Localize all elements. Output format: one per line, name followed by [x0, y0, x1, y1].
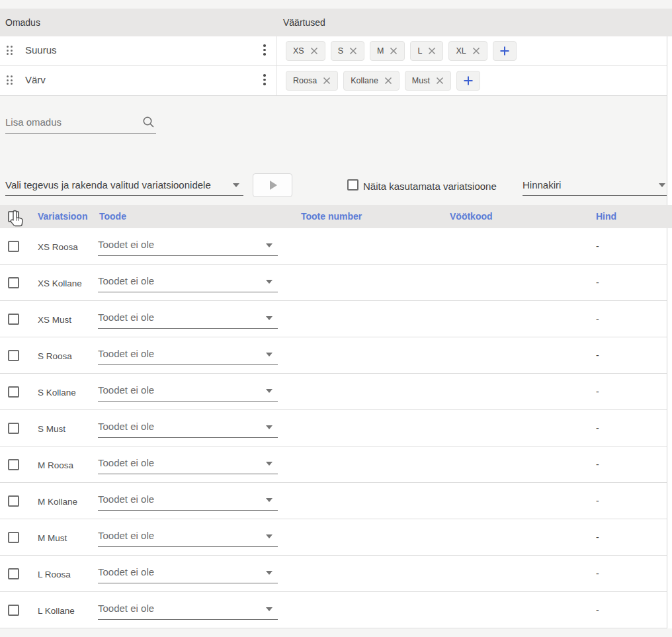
- value-chip: XL: [448, 41, 487, 61]
- value-chip: L: [410, 41, 443, 61]
- col-header-variatsioon[interactable]: Variatsioon: [38, 211, 87, 222]
- property-values: Roosa Kollane: [286, 71, 480, 91]
- product-select-value: Toodet ei ole: [98, 566, 154, 577]
- col-header-vootkood[interactable]: Vöötkood: [450, 211, 493, 222]
- column-divider: [276, 36, 277, 65]
- chevron-down-icon: [266, 425, 273, 429]
- product-select-value: Toodet ei ole: [98, 384, 154, 396]
- chevron-down-icon: [266, 389, 273, 393]
- col-header-hind[interactable]: Hind: [596, 211, 616, 222]
- row-checkbox[interactable]: [8, 314, 19, 325]
- chevron-down-icon: [266, 316, 273, 320]
- value-chip: Roosa: [286, 71, 338, 91]
- row-checkbox[interactable]: [8, 277, 19, 288]
- variation-row: S Roosa Toodet ei ole -: [0, 337, 667, 374]
- value-chip: S: [331, 41, 364, 61]
- column-divider: [276, 66, 277, 95]
- show-unused-label: Näita kasutamata variatsioone: [363, 181, 497, 192]
- variation-row: XS Kollane Toodet ei ole -: [0, 265, 667, 301]
- property-menu-icon[interactable]: [261, 73, 269, 87]
- row-checkbox[interactable]: [8, 423, 19, 434]
- value-chip: Kollane: [343, 71, 399, 91]
- remove-value-icon[interactable]: [349, 47, 357, 55]
- variation-name: S Must: [38, 424, 65, 434]
- row-checkbox[interactable]: [8, 605, 19, 616]
- product-select[interactable]: Toodet ei ole: [98, 382, 278, 402]
- value-chip: XS: [286, 41, 325, 61]
- pricelist-select[interactable]: Hinnakiri: [523, 173, 667, 196]
- product-select[interactable]: Toodet ei ole: [98, 528, 278, 547]
- chevron-down-icon: [266, 353, 273, 357]
- row-checkbox[interactable]: [8, 241, 19, 252]
- add-property-placeholder: Lisa omadus: [5, 116, 62, 128]
- price-value: -: [596, 277, 599, 288]
- play-icon: [270, 181, 277, 190]
- variation-row: S Must Toodet ei ole -: [0, 410, 667, 446]
- remove-value-icon[interactable]: [472, 47, 480, 55]
- product-select[interactable]: Toodet ei ole: [98, 419, 278, 438]
- select-all-checkbox[interactable]: [8, 211, 19, 222]
- chevron-down-icon: [266, 607, 273, 611]
- price-value: -: [596, 241, 599, 251]
- variation-name: XS Kollane: [38, 278, 82, 288]
- variations-editor-screen: Omadus Väärtused Suurus XS: [0, 0, 672, 637]
- row-checkbox[interactable]: [8, 568, 19, 579]
- product-select-value: Toodet ei ole: [98, 603, 154, 614]
- variation-row: XS Must Toodet ei ole -: [0, 301, 667, 337]
- variations-table-header: Variatsioon Toode Toote number Vöötkood …: [0, 205, 672, 228]
- product-select[interactable]: Toodet ei ole: [98, 273, 278, 292]
- product-select[interactable]: Toodet ei ole: [98, 564, 278, 583]
- price-value: -: [596, 459, 599, 470]
- property-menu-icon[interactable]: [261, 43, 269, 57]
- add-value-button[interactable]: [456, 71, 480, 91]
- price-value: -: [596, 386, 599, 397]
- apply-action-button[interactable]: [253, 173, 292, 197]
- product-select[interactable]: Toodet ei ole: [98, 491, 278, 511]
- product-select[interactable]: Toodet ei ole: [98, 346, 278, 365]
- value-chip-label: Must: [412, 76, 430, 85]
- row-checkbox[interactable]: [8, 495, 19, 507]
- variation-name: M Kollane: [38, 497, 77, 507]
- drag-handle-icon[interactable]: [7, 46, 13, 55]
- col-header-toote-number[interactable]: Toote number: [301, 211, 362, 222]
- row-checkbox[interactable]: [8, 350, 19, 361]
- value-chip-label: XL: [456, 46, 466, 56]
- product-select[interactable]: Toodet ei ole: [98, 455, 278, 474]
- scrollbar-track[interactable]: [667, 36, 672, 628]
- price-value: -: [596, 605, 599, 615]
- value-chip-label: M: [377, 46, 384, 56]
- variation-row: XS Roosa Toodet ei ole -: [0, 228, 667, 265]
- value-chip-label: XS: [293, 46, 304, 56]
- row-checkbox[interactable]: [8, 532, 19, 543]
- omadus-column-header: Omadus: [5, 17, 40, 28]
- property-values: XS S: [286, 41, 517, 61]
- remove-value-icon[interactable]: [310, 47, 318, 55]
- bulk-action-select-value: Vali tegevus ja rakenda valitud variatsi…: [5, 179, 211, 191]
- row-checkbox[interactable]: [8, 459, 19, 470]
- row-checkbox[interactable]: [8, 386, 19, 398]
- add-value-button[interactable]: [493, 41, 517, 61]
- col-header-toode[interactable]: Toode: [99, 211, 126, 222]
- product-select[interactable]: Toodet ei ole: [98, 601, 278, 620]
- remove-value-icon[interactable]: [390, 47, 398, 55]
- drag-handle-icon[interactable]: [7, 75, 13, 85]
- bulk-action-select[interactable]: Vali tegevus ja rakenda valitud variatsi…: [5, 173, 243, 196]
- properties-list: Suurus XS S: [0, 36, 667, 96]
- price-value: -: [596, 532, 599, 542]
- product-select-value: Toodet ei ole: [98, 421, 154, 432]
- product-select[interactable]: Toodet ei ole: [98, 310, 278, 329]
- remove-value-icon[interactable]: [436, 77, 444, 85]
- product-select-value: Toodet ei ole: [98, 493, 154, 505]
- property-row: Värv Roosa Kollane: [0, 66, 667, 96]
- pricelist-select-value: Hinnakiri: [523, 179, 561, 191]
- product-select[interactable]: Toodet ei ole: [98, 237, 278, 256]
- bulk-action-bar: Vali tegevus ja rakenda valitud variatsi…: [0, 173, 672, 200]
- remove-value-icon[interactable]: [384, 77, 392, 85]
- plus-icon: [499, 46, 510, 56]
- show-unused-checkbox[interactable]: [347, 179, 358, 191]
- properties-header-row: Omadus Väärtused: [0, 9, 672, 36]
- product-select-value: Toodet ei ole: [98, 275, 154, 286]
- add-property-input[interactable]: Lisa omadus: [5, 112, 156, 134]
- remove-value-icon[interactable]: [323, 77, 331, 85]
- remove-value-icon[interactable]: [428, 47, 436, 55]
